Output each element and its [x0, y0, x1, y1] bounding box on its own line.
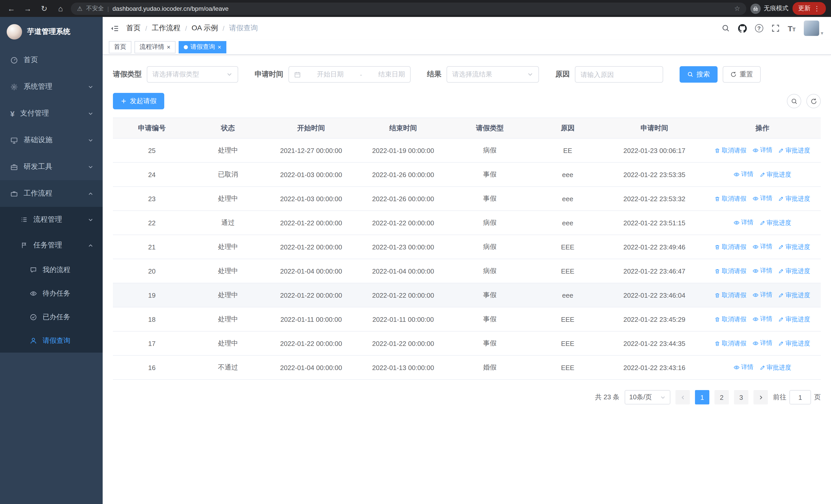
date-range-picker[interactable]: 开始日期 - 结束日期 [288, 66, 411, 83]
not-secure-label[interactable]: 不安全 [86, 5, 104, 12]
cancel-leave-link[interactable]: 取消请假 [715, 267, 746, 276]
close-icon[interactable]: × [167, 44, 170, 50]
sidebar-item-process-management[interactable]: 流程管理 [0, 207, 103, 233]
detail-link[interactable]: 详情 [752, 339, 772, 348]
detail-link[interactable]: 详情 [752, 146, 772, 155]
avatar[interactable] [804, 21, 819, 36]
chevron-down-icon [88, 164, 93, 170]
approval-progress-link[interactable]: 审批进度 [778, 267, 810, 276]
tag-home[interactable]: 首页 [109, 41, 132, 53]
reset-button[interactable]: 重置 [723, 66, 761, 83]
approval-progress-link[interactable]: 审批进度 [778, 315, 810, 324]
table-row: 19 处理中 2022-01-22 00:00:00 2022-01-22 00… [113, 283, 821, 307]
leave-type-select[interactable]: 请选择请假类型 [147, 66, 238, 83]
prev-page-button[interactable] [676, 390, 690, 405]
browser-forward-button[interactable]: → [22, 2, 34, 14]
user-icon [30, 337, 37, 345]
approval-progress-link[interactable]: 审批进度 [760, 170, 791, 179]
browser-menu-icon[interactable]: ⋮ [813, 5, 820, 12]
search-icon[interactable] [721, 24, 729, 32]
create-leave-button[interactable]: 发起请假 [113, 93, 164, 109]
result-select[interactable]: 请选择流结果 [447, 66, 539, 83]
detail-link[interactable]: 详情 [734, 170, 753, 179]
browser-home-button[interactable]: ⌂ [54, 2, 67, 14]
goto-page-input[interactable] [790, 390, 811, 405]
cancel-leave-link[interactable]: 取消请假 [715, 315, 746, 324]
approval-progress-link[interactable]: 审批进度 [778, 195, 810, 203]
start-date-placeholder[interactable]: 开始日期 [317, 70, 344, 79]
reason-input[interactable] [575, 66, 663, 83]
detail-link[interactable]: 详情 [734, 363, 753, 372]
sidebar-item-done-tasks[interactable]: 已办任务 [0, 305, 103, 329]
sidebar-fold-icon[interactable] [110, 24, 119, 33]
navbar-tools: ▾ [721, 21, 823, 36]
detail-link[interactable]: 详情 [752, 242, 772, 251]
page-button-1[interactable]: 1 [695, 390, 709, 405]
goto-label: 前往 [773, 393, 786, 402]
user-menu[interactable]: ▾ [804, 21, 823, 36]
approval-progress-link[interactable]: 审批进度 [760, 219, 791, 227]
breadcrumb-separator: / [223, 24, 224, 32]
goto-unit-label: 页 [814, 393, 821, 402]
end-date-placeholder[interactable]: 结束日期 [378, 70, 405, 79]
url-text[interactable]: dashboard.yudao.iocoder.cn/bpm/oa/leave [112, 5, 730, 12]
page-button-3[interactable]: 3 [734, 390, 748, 405]
cell-reason: eee [531, 283, 605, 307]
address-bar[interactable]: ⚠ 不安全 | dashboard.yudao.iocoder.cn/bpm/o… [71, 2, 746, 14]
reason-label: 原因 [555, 70, 570, 79]
cancel-leave-link[interactable]: 取消请假 [715, 243, 746, 251]
dashboard-icon [10, 56, 18, 64]
tag-leave-query[interactable]: 请假查询 × [179, 41, 226, 53]
breadcrumb-oa-example[interactable]: OA 示例 [192, 24, 218, 33]
sidebar-item-my-processes[interactable]: 我的流程 [0, 258, 103, 282]
browser-update-button[interactable]: 更新 ⋮ [793, 2, 826, 15]
table-row: 25 处理中 2021-12-27 00:00:00 2022-01-19 00… [113, 138, 821, 162]
detail-link[interactable]: 详情 [752, 315, 772, 324]
cancel-leave-link[interactable]: 取消请假 [715, 195, 746, 203]
sidebar-logo[interactable]: 芋道管理系统 [0, 17, 103, 47]
cancel-leave-link[interactable]: 取消请假 [715, 291, 746, 300]
tag-process-detail[interactable]: 流程详情 × [135, 41, 175, 53]
sidebar-item-system[interactable]: 系统管理 [0, 73, 103, 100]
breadcrumb-workflow[interactable]: 工作流程 [152, 24, 180, 33]
col-header-id: 申请编号 [113, 118, 191, 138]
detail-link[interactable]: 详情 [734, 218, 753, 227]
cancel-leave-link[interactable]: 取消请假 [715, 146, 746, 155]
cancel-leave-link[interactable]: 取消请假 [715, 339, 746, 348]
next-page-button[interactable] [753, 390, 768, 405]
approval-progress-link[interactable]: 审批进度 [778, 339, 810, 348]
page-button-2[interactable]: 2 [715, 390, 729, 405]
sidebar-item-infrastructure[interactable]: 基础设施 [0, 127, 103, 153]
approval-progress-link[interactable]: 审批进度 [778, 291, 810, 300]
browser-reload-button[interactable]: ↻ [38, 2, 50, 14]
github-icon[interactable] [738, 24, 747, 33]
approval-progress-link[interactable]: 审批进度 [760, 363, 791, 372]
breadcrumb-home[interactable]: 首页 [126, 24, 141, 33]
close-icon[interactable]: × [218, 44, 221, 50]
detail-link[interactable]: 详情 [752, 194, 772, 203]
toggle-search-icon[interactable] [787, 94, 801, 108]
browser-back-button[interactable]: ← [5, 2, 18, 14]
approval-progress-link[interactable]: 审批进度 [778, 243, 810, 251]
tag-label: 请假查询 [191, 42, 215, 51]
sidebar-item-payment[interactable]: ¥ 支付管理 [0, 100, 103, 127]
fullscreen-icon[interactable] [771, 24, 779, 32]
sidebar-item-leave-query[interactable]: 请假查询 [0, 329, 103, 353]
cell-status: 处理中 [191, 307, 265, 331]
page-size-select[interactable]: 10条/页 [625, 390, 670, 405]
sidebar-item-home[interactable]: 首页 [0, 47, 103, 73]
search-button[interactable]: 搜索 [680, 66, 718, 83]
font-size-icon[interactable] [787, 24, 796, 33]
sidebar-item-task-management[interactable]: 任务管理 [0, 233, 103, 258]
sidebar-item-pending-tasks[interactable]: 待办任务 [0, 282, 103, 305]
approval-progress-link[interactable]: 审批进度 [778, 146, 810, 155]
refresh-icon[interactable] [806, 94, 821, 108]
help-icon[interactable] [755, 24, 763, 32]
detail-link[interactable]: 详情 [752, 267, 772, 275]
sidebar-item-devtools[interactable]: 研发工具 [0, 153, 103, 180]
sidebar-item-label: 工作流程 [24, 189, 52, 198]
cell-reason: EE [531, 138, 605, 162]
detail-link[interactable]: 详情 [752, 291, 772, 299]
bookmark-star-icon[interactable]: ☆ [734, 5, 740, 12]
sidebar-item-workflow[interactable]: 工作流程 [0, 180, 103, 207]
